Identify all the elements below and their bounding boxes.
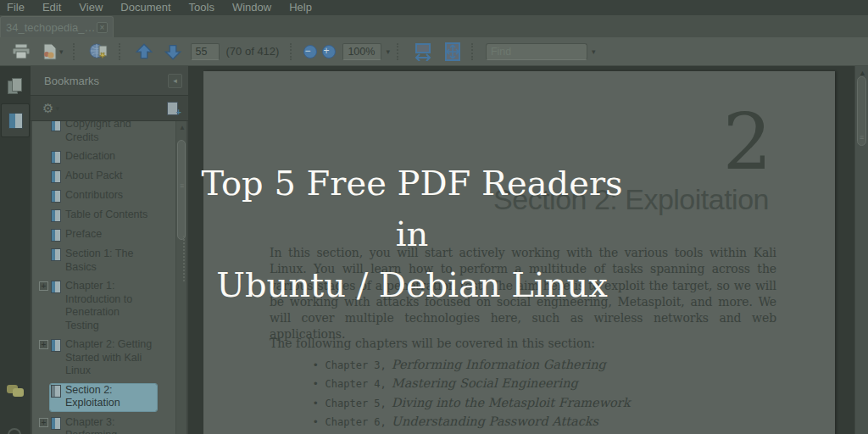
chapter-title: Mastering Social Engineering <box>392 376 578 390</box>
menu-item-view[interactable]: View <box>75 0 112 15</box>
chapter-prefix: Chapter 3, <box>326 359 387 371</box>
expander-icon[interactable]: + <box>39 281 48 291</box>
add-bookmark-icon[interactable] <box>167 102 178 115</box>
sidebar-title: Bookmarks <box>44 75 168 87</box>
bookmark-label: Table of Contents <box>65 209 155 222</box>
fit-width-icon <box>413 42 433 61</box>
bookmark-label: About Packt <box>65 170 155 183</box>
arrow-down-icon <box>164 43 182 60</box>
expander-icon[interactable] <box>39 386 48 395</box>
bookmark-list-scrollbar[interactable]: ▲ <box>175 121 186 434</box>
toolbar-separator <box>397 43 403 60</box>
attachments-icon[interactable] <box>8 428 21 434</box>
overlay-title: Top 5 Free PDF Readers in Ubuntu / Debia… <box>192 158 632 310</box>
toolbar-separator <box>471 43 478 60</box>
expander-icon[interactable]: + <box>39 418 48 427</box>
menu-item-file[interactable]: File <box>3 0 34 15</box>
bullet-icon: • <box>314 415 318 428</box>
expander-icon[interactable] <box>39 210 48 220</box>
document-people-icon <box>41 43 58 60</box>
document-scrollbar[interactable]: ▲ <box>854 66 868 434</box>
side-panel-icon-strip <box>0 66 31 434</box>
bookmark-page-icon <box>51 209 61 222</box>
bookmark-label: Preface <box>65 228 155 242</box>
page-number-input[interactable]: 55 <box>191 43 220 60</box>
bookmark-item[interactable]: About Packt <box>32 167 186 186</box>
zoom-dropdown-button[interactable]: ▾ <box>383 46 391 58</box>
tab-close-icon[interactable]: × <box>97 22 108 33</box>
thumbnails-panel-button[interactable] <box>1 70 30 103</box>
scrollbar-thumb[interactable] <box>177 140 186 240</box>
bookmark-page-icon <box>51 121 61 131</box>
next-page-button[interactable] <box>160 42 186 62</box>
annotations-panel-button[interactable] <box>1 375 30 409</box>
expander-icon[interactable] <box>39 152 48 161</box>
bookmark-page-icon <box>51 417 61 430</box>
zoom-level-input[interactable]: 100% <box>342 43 381 60</box>
menu-item-help[interactable]: Help <box>286 0 321 15</box>
previous-page-button[interactable] <box>131 42 157 62</box>
expander-icon[interactable] <box>39 230 48 239</box>
save-copy-button[interactable]: ▾ <box>37 42 67 62</box>
fit-page-button[interactable] <box>440 41 465 63</box>
chapter-prefix: Chapter 5, <box>326 398 387 409</box>
chapter-title: Diving into the Metasploit Framework <box>392 396 631 409</box>
tab-label: 34_techopedia_… <box>6 21 97 34</box>
menu-item-edit[interactable]: Edit <box>39 0 70 15</box>
bookmark-label: Section 2: Exploitation <box>65 384 155 410</box>
pdf-reader-window: FileEditViewDocumentToolsWindowHelp 34_t… <box>0 0 868 434</box>
zoom-out-button[interactable]: − <box>303 45 317 58</box>
bookmark-item[interactable]: Section 1: The Basics <box>32 245 186 277</box>
bookmark-label: Chapter 3: Performing Information Gather… <box>65 416 155 434</box>
thumbnails-icon <box>8 78 23 95</box>
document-tab[interactable]: 34_techopedia_… × <box>0 16 114 37</box>
fit-width-button[interactable] <box>409 41 437 63</box>
scrollbar-thumb[interactable] <box>857 76 866 146</box>
bookmark-item[interactable]: Section 2: Exploitation <box>32 381 186 414</box>
bookmark-label: Contributors <box>65 189 155 203</box>
bookmark-item[interactable]: + Chapter 3: Performing Information Gath… <box>32 414 186 434</box>
menu-item-tools[interactable]: Tools <box>186 0 224 15</box>
toolbar: ▾ <box>0 37 868 66</box>
sidebar-header: Bookmarks ◂ <box>31 66 188 96</box>
find-dropdown-button[interactable]: ▾ <box>589 46 597 58</box>
overlay-title-line2: Ubuntu / Debian Linux <box>192 259 632 310</box>
menu-item-window[interactable]: Window <box>229 0 281 15</box>
sidebar-resize-handle[interactable] <box>183 236 185 281</box>
bookmark-page-icon <box>51 339 61 352</box>
caret-down-icon: ▾ <box>386 47 390 56</box>
bookmarks-panel-button[interactable] <box>1 103 30 137</box>
bookmark-item[interactable]: + Chapter 2: Getting Started with Kali L… <box>32 336 186 381</box>
expander-icon[interactable] <box>39 121 48 129</box>
web-preview-button[interactable] <box>86 42 113 62</box>
chapter-prefix: Chapter 6, <box>326 416 387 428</box>
expander-icon[interactable]: + <box>39 340 48 349</box>
printer-icon <box>12 43 31 59</box>
bookmarks-icon <box>8 113 23 129</box>
chapter-list-item: • Chapter 4, Mastering Social Engineerin… <box>314 376 631 395</box>
expander-icon[interactable] <box>39 191 48 200</box>
bookmark-label: Chapter 2: Getting Started with Kali Lin… <box>65 338 155 378</box>
gear-icon[interactable]: ⚙ <box>42 101 53 116</box>
bookmark-page-icon <box>51 190 61 203</box>
caret-down-icon: ▾ <box>592 47 596 56</box>
sidebar-collapse-button[interactable]: ◂ <box>168 74 182 88</box>
bookmark-page-icon <box>51 281 61 293</box>
expander-icon[interactable] <box>39 249 48 259</box>
zoom-in-button[interactable]: + <box>322 45 336 58</box>
bookmark-label: Section 1: The Basics <box>65 248 155 274</box>
print-button[interactable] <box>8 42 34 61</box>
find-input[interactable]: Find <box>486 43 587 60</box>
toolbar-separator <box>73 43 80 60</box>
bookmark-item[interactable]: + Chapter 1: Introduction to Penetration… <box>32 277 186 336</box>
bullet-icon: • <box>314 377 318 390</box>
bookmark-item[interactable]: Contributors <box>32 186 186 206</box>
menu-item-document[interactable]: Document <box>117 0 180 15</box>
chapter-list-item: • Chapter 3, Performing Information Gath… <box>314 358 631 376</box>
bookmark-item[interactable]: Dedication <box>32 147 186 167</box>
expander-icon[interactable] <box>39 171 48 181</box>
bookmark-item[interactable]: Preface <box>32 225 186 245</box>
bookmark-item[interactable]: Copyright and Credits <box>32 121 186 147</box>
bookmark-item[interactable]: Table of Contents <box>32 206 186 225</box>
scroll-up-icon[interactable]: ▲ <box>179 124 186 131</box>
